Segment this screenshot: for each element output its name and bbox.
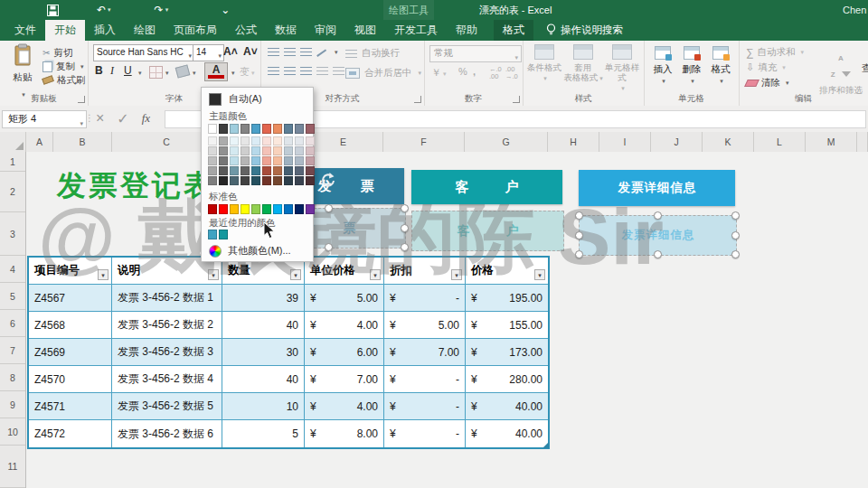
- clear-button[interactable]: 清除▾: [746, 76, 789, 89]
- theme-color-swatch[interactable]: [284, 176, 293, 185]
- clipboard-dialog-launcher-icon[interactable]: [78, 96, 85, 103]
- theme-color-swatch[interactable]: [241, 176, 250, 185]
- table-cell[interactable]: ¥155.00: [466, 312, 548, 339]
- cut-button[interactable]: ✂剪切: [42, 46, 86, 60]
- italic-button[interactable]: I: [110, 64, 114, 78]
- theme-color-swatch[interactable]: [262, 176, 271, 185]
- theme-color-swatch[interactable]: [262, 146, 271, 155]
- theme-color-swatch[interactable]: [306, 124, 315, 134]
- theme-color-swatch[interactable]: [262, 166, 271, 175]
- text-orientation-icon[interactable]: [316, 47, 328, 57]
- row-header-2[interactable]: 2: [0, 172, 25, 212]
- decrease-decimal-icon[interactable]: .00→.0: [505, 66, 518, 80]
- selection-handle[interactable]: [575, 250, 583, 258]
- theme-color-swatch[interactable]: [306, 136, 315, 145]
- theme-color-swatch[interactable]: [241, 146, 250, 155]
- find-select-button[interactable]: 查: [862, 62, 868, 75]
- theme-color-swatch[interactable]: [230, 156, 239, 165]
- row-header-7[interactable]: 7: [0, 337, 25, 364]
- theme-color-swatch[interactable]: [219, 124, 228, 134]
- copy-button[interactable]: 复制▾: [42, 60, 86, 73]
- standard-color-swatch[interactable]: [273, 204, 282, 214]
- theme-color-swatch[interactable]: [262, 136, 271, 145]
- theme-color-swatch[interactable]: [219, 136, 228, 145]
- table-cell[interactable]: Z4568: [29, 312, 112, 339]
- tab-视图[interactable]: 视图: [345, 20, 385, 41]
- font-color-button[interactable]: A: [204, 62, 228, 81]
- row-header-1[interactable]: 1: [0, 152, 25, 172]
- insert-cells-button[interactable]: 插入▾: [648, 46, 677, 87]
- theme-color-swatch[interactable]: [273, 124, 282, 134]
- theme-color-swatch[interactable]: [306, 156, 315, 165]
- theme-color-swatch[interactable]: [284, 166, 293, 175]
- table-cell[interactable]: 发票 3-456-2 数据 6: [112, 420, 222, 447]
- theme-color-swatch[interactable]: [219, 176, 228, 185]
- theme-color-swatch[interactable]: [208, 136, 217, 145]
- table-cell[interactable]: ¥173.00: [466, 339, 548, 366]
- delete-cells-button[interactable]: 删除▾: [677, 46, 706, 87]
- increase-indent-icon[interactable]: [333, 67, 344, 75]
- row-header-6[interactable]: 6: [0, 310, 25, 337]
- format-cells-button[interactable]: 格式▾: [706, 46, 735, 87]
- account-name[interactable]: Chen C: [843, 0, 868, 20]
- standard-color-swatch[interactable]: [251, 204, 260, 214]
- column-header-H[interactable]: H: [548, 132, 599, 152]
- autosum-button[interactable]: ∑自动求和▾: [746, 45, 804, 59]
- theme-color-swatch[interactable]: [219, 156, 228, 165]
- table-cell[interactable]: ¥280.00: [466, 366, 548, 393]
- align-center-icon[interactable]: [284, 67, 296, 75]
- theme-color-swatch[interactable]: [306, 166, 315, 175]
- standard-color-swatch[interactable]: [219, 204, 228, 214]
- table-cell[interactable]: Z4572: [29, 420, 112, 447]
- namebox-resize-handle[interactable]: ⋮: [85, 113, 94, 123]
- theme-color-swatch[interactable]: [230, 166, 239, 175]
- fill-button[interactable]: ⇩填充▾: [746, 61, 786, 74]
- format-painter-button[interactable]: 格式刷: [42, 73, 86, 87]
- theme-color-swatch[interactable]: [284, 124, 293, 134]
- percent-style-icon[interactable]: %: [458, 66, 467, 77]
- phonetic-guide-icon[interactable]: 变▾: [240, 65, 255, 79]
- paste-button[interactable]: 粘贴 ▾: [5, 43, 40, 96]
- standard-color-swatch[interactable]: [208, 204, 217, 214]
- theme-color-swatch[interactable]: [262, 124, 271, 134]
- table-cell[interactable]: ¥7.00: [384, 339, 466, 366]
- accounting-format-icon[interactable]: ￥▾: [431, 66, 447, 80]
- tab-审阅[interactable]: 审阅: [306, 20, 345, 41]
- table-cell[interactable]: 30: [222, 339, 305, 366]
- standard-color-swatch[interactable]: [306, 204, 315, 214]
- theme-color-swatch[interactable]: [251, 176, 260, 185]
- rotate-handle-icon[interactable]: [318, 172, 336, 193]
- theme-color-swatch[interactable]: [251, 136, 260, 145]
- theme-color-swatch[interactable]: [273, 146, 282, 155]
- tab-数据[interactable]: 数据: [266, 20, 306, 41]
- confirm-entry-icon[interactable]: ✓: [117, 110, 128, 127]
- theme-color-swatch[interactable]: [284, 146, 293, 155]
- cancel-entry-icon[interactable]: ×: [96, 110, 104, 127]
- selection-handle[interactable]: [731, 211, 740, 220]
- standard-color-swatch[interactable]: [262, 204, 271, 214]
- column-header-J[interactable]: J: [651, 132, 703, 152]
- underline-button[interactable]: U: [124, 64, 132, 77]
- save-icon[interactable]: [47, 5, 59, 16]
- more-colors-item[interactable]: 其他颜色(M)...: [209, 244, 291, 258]
- row-header-8[interactable]: 8: [0, 364, 25, 391]
- theme-color-swatch[interactable]: [251, 124, 260, 134]
- recent-color-swatch[interactable]: [219, 230, 228, 239]
- conditional-formatting-button[interactable]: 条件格式▾: [524, 44, 564, 83]
- shrink-font-button[interactable]: A˅: [243, 45, 258, 58]
- insert-function-icon[interactable]: fx: [142, 111, 150, 126]
- theme-color-swatch[interactable]: [273, 136, 282, 145]
- theme-color-swatch[interactable]: [208, 156, 217, 165]
- column-header-M[interactable]: M: [806, 132, 857, 152]
- selection-handle[interactable]: [575, 211, 583, 220]
- number-dialog-launcher-icon[interactable]: [513, 96, 520, 103]
- theme-color-swatch[interactable]: [230, 146, 239, 155]
- qat-customize-icon[interactable]: ⌄: [221, 4, 230, 16]
- format-as-table-button[interactable]: 套用 表格格式▾: [563, 44, 603, 83]
- column-header-F[interactable]: F: [383, 132, 465, 152]
- tell-me-search[interactable]: 操作说明搜索: [546, 20, 623, 41]
- table-cell[interactable]: ¥-: [384, 420, 466, 447]
- row-header-9[interactable]: 9: [0, 391, 25, 418]
- table-cell[interactable]: ¥7.00: [305, 366, 384, 393]
- wrap-text-button[interactable]: 自动换行: [345, 47, 400, 60]
